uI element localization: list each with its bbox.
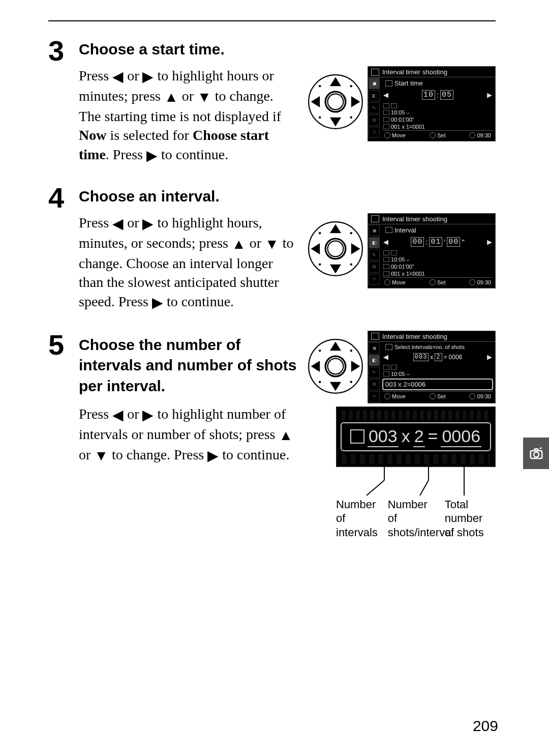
svg-marker-4 bbox=[330, 118, 341, 127]
page-number: 209 bbox=[473, 717, 498, 735]
callout-leader-lines bbox=[336, 466, 495, 497]
down-arrow-icon: ▼ bbox=[94, 446, 108, 466]
multi-selector-icon bbox=[308, 221, 363, 277]
camera-screen-interval: Interval timer shooting ◼◧✎⧉? Interval ◀… bbox=[368, 213, 496, 288]
lcd-highlighted-row: 003 x 2=0006 bbox=[382, 379, 493, 390]
svg-point-8 bbox=[350, 85, 352, 87]
step-heading: Choose the number of intervals and numbe… bbox=[79, 335, 297, 397]
multi-selector-icon bbox=[308, 74, 363, 130]
zoom-callouts: Number of intervals Number of shots/inte… bbox=[336, 498, 495, 540]
shots-icon bbox=[385, 344, 392, 350]
zoom-total: 0006 bbox=[441, 426, 481, 447]
left-arrow-icon: ◀ bbox=[112, 214, 124, 234]
up-arrow-icon: ▲ bbox=[232, 235, 246, 254]
step-heading: Choose a start time. bbox=[79, 41, 496, 58]
lcd-title: Interval timer shooting bbox=[382, 68, 447, 76]
svg-line-34 bbox=[367, 480, 384, 496]
svg-point-23 bbox=[325, 356, 346, 376]
up-arrow-icon: ▲ bbox=[279, 426, 293, 445]
svg-point-18 bbox=[319, 232, 321, 234]
svg-point-19 bbox=[350, 232, 352, 234]
step-text: Press ◀ or ▶ to highlight hours or minut… bbox=[79, 66, 297, 165]
camera-screen-intervals-shots: Interval timer shooting ◼◧✎⧉? Select int… bbox=[368, 331, 496, 403]
lcd-subtitle: Select intervals×no. of shots bbox=[394, 344, 465, 350]
right-arrow-icon: ▶ bbox=[146, 146, 158, 165]
svg-marker-28 bbox=[351, 361, 360, 372]
right-arrow-icon: ▶ bbox=[152, 293, 163, 312]
zoom-shots: 2 bbox=[413, 426, 425, 447]
step-text: Press ◀ or ▶ to highlight number of inte… bbox=[79, 404, 297, 465]
svg-marker-3 bbox=[330, 77, 341, 86]
step-number: 3 bbox=[48, 37, 79, 165]
page-content: 3 Choose a start time. Press ◀ or ▶ to h… bbox=[48, 20, 496, 558]
right-arrow-icon: ▶ bbox=[487, 91, 492, 99]
lcd-title: Interval timer shooting bbox=[382, 215, 447, 223]
multi-selector-icon bbox=[308, 338, 363, 394]
svg-line-36 bbox=[420, 480, 429, 496]
menu-icon bbox=[371, 215, 379, 222]
shots-icon bbox=[350, 429, 364, 444]
svg-point-24 bbox=[328, 359, 344, 374]
top-rule bbox=[48, 20, 496, 21]
lcd-subtitle: Start time bbox=[394, 79, 423, 87]
right-arrow-icon: ▶ bbox=[142, 405, 154, 425]
svg-point-20 bbox=[319, 264, 321, 266]
right-arrow-icon: ▶ bbox=[142, 67, 154, 86]
camera-screen-start-time: Interval timer shooting ◼◧✎⧉? Start time… bbox=[368, 66, 496, 141]
step-number: 4 bbox=[48, 184, 79, 312]
callout-intervals: Number of intervals bbox=[336, 498, 388, 540]
start-time-icon bbox=[385, 80, 392, 86]
svg-point-13 bbox=[328, 241, 344, 257]
lcd-digits: 003x2=0006 bbox=[413, 353, 463, 361]
svg-point-39 bbox=[534, 452, 539, 457]
menu-icon bbox=[371, 69, 379, 76]
menu-icon bbox=[371, 333, 379, 340]
svg-point-1 bbox=[325, 92, 346, 112]
lcd-side-tabs: ◼◧✎⧉? bbox=[368, 77, 380, 141]
up-arrow-icon: ▲ bbox=[164, 88, 178, 107]
lcd-title: Interval timer shooting bbox=[382, 333, 447, 340]
left-arrow-icon: ◀ bbox=[383, 91, 388, 99]
zoom-intervals: 003 bbox=[368, 426, 399, 447]
callout-shots-per-interval: Number of shots/interval bbox=[388, 498, 445, 540]
step-text: Press ◀ or ▶ to highlight hours, minutes… bbox=[79, 213, 297, 312]
svg-point-31 bbox=[319, 381, 321, 383]
svg-point-12 bbox=[325, 239, 346, 259]
right-arrow-icon: ▶ bbox=[207, 446, 219, 466]
down-arrow-icon: ▼ bbox=[265, 235, 279, 254]
interval-icon bbox=[385, 227, 392, 233]
step-5: 5 Choose the number of intervals and num… bbox=[48, 331, 496, 540]
section-tab-camera-icon bbox=[523, 438, 549, 469]
step-4: 4 Choose an interval. Press ◀ or ▶ to hi… bbox=[48, 184, 496, 312]
svg-point-30 bbox=[350, 350, 352, 352]
svg-point-2 bbox=[328, 94, 344, 110]
step-number: 5 bbox=[48, 331, 79, 540]
svg-point-32 bbox=[350, 381, 352, 383]
svg-point-21 bbox=[350, 264, 352, 266]
svg-marker-26 bbox=[330, 382, 341, 391]
zoom-detail-panel: 003 x 2 = 0006 bbox=[336, 406, 496, 467]
svg-marker-27 bbox=[311, 361, 320, 372]
svg-line-40 bbox=[540, 448, 542, 449]
svg-marker-15 bbox=[330, 265, 341, 274]
callout-total-shots: Total number of shots bbox=[445, 498, 495, 540]
svg-marker-16 bbox=[311, 243, 320, 254]
step-heading: Choose an interval. bbox=[79, 188, 496, 205]
svg-point-29 bbox=[319, 350, 321, 352]
left-arrow-icon: ◀ bbox=[112, 67, 124, 86]
lcd-subtitle: Interval bbox=[394, 226, 416, 234]
step-3: 3 Choose a start time. Press ◀ or ▶ to h… bbox=[48, 37, 496, 165]
svg-point-9 bbox=[319, 117, 321, 119]
down-arrow-icon: ▼ bbox=[197, 88, 211, 107]
svg-marker-17 bbox=[351, 243, 360, 254]
svg-point-7 bbox=[319, 85, 321, 87]
right-arrow-icon: ▶ bbox=[142, 214, 154, 234]
left-arrow-icon: ◀ bbox=[112, 405, 124, 425]
svg-marker-5 bbox=[311, 96, 320, 107]
svg-marker-14 bbox=[330, 224, 341, 234]
svg-point-10 bbox=[350, 117, 352, 119]
svg-marker-25 bbox=[330, 342, 341, 351]
svg-marker-6 bbox=[351, 96, 360, 107]
lcd-digits: 10:05 bbox=[422, 90, 453, 100]
lcd-digits: 00:01'00" bbox=[411, 237, 464, 247]
